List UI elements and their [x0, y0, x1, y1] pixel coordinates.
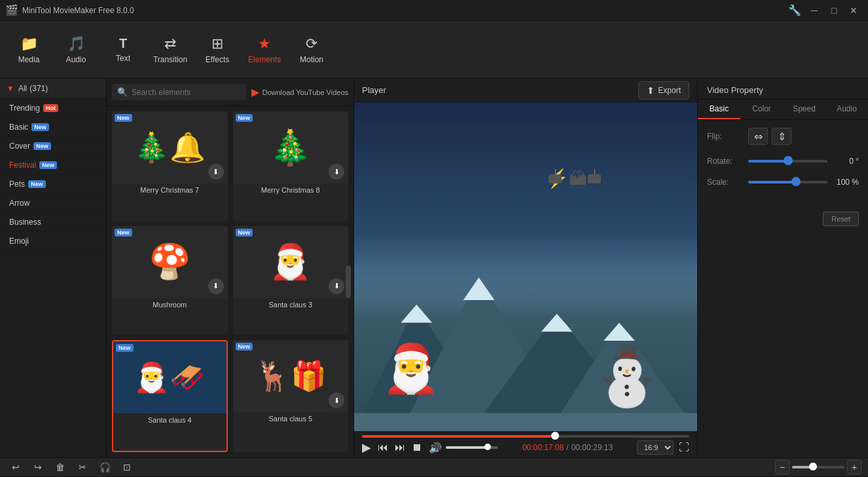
rotate-slider-area: 0 °	[748, 157, 859, 166]
next-btn[interactable]: ⏭	[395, 442, 405, 453]
cover-label: Cover	[9, 142, 30, 151]
volume-thumb[interactable]	[484, 444, 491, 450]
all-categories-header[interactable]: ▼ All (371)	[0, 79, 106, 99]
zoom-slider[interactable]	[792, 466, 844, 468]
yt-download-btn[interactable]: ▶ Download YouTube Videos	[251, 86, 349, 98]
element-thumb-3: New 🍄 ⬇	[112, 226, 228, 298]
property-header: Video Property	[698, 79, 868, 100]
toolbar-motion-label: Motion	[300, 55, 323, 64]
player-time-display: ▶ ⏮ ⏭ ⏹ 🔊 00:00:17:08 / 00:00:29:13	[354, 438, 697, 457]
redo-btn[interactable]: ↪	[29, 458, 47, 476]
player-video[interactable]: ⚡🏔 🎅 ⛄	[354, 102, 697, 431]
sidebar-item-basic[interactable]: Basic New	[0, 118, 106, 137]
element-card-merry-christmas-7[interactable]: New 🎄🔔 ⬇ Merry Christmas 7	[112, 111, 228, 221]
elements-grid: New 🎄🔔 ⬇ Merry Christmas 7 New 🎄 ⬇ Merry…	[107, 106, 353, 457]
tab-color[interactable]: Color	[740, 100, 783, 119]
zoom-thumb[interactable]	[809, 463, 817, 470]
settings-btn[interactable]: 🔧	[786, 1, 804, 20]
elements-icon: ★	[258, 35, 271, 52]
sidebar-item-arrow[interactable]: Arrow	[0, 194, 106, 213]
zoom-plus-btn[interactable]: +	[847, 460, 861, 474]
volume-icon[interactable]: 🔊	[429, 442, 442, 454]
svg-marker-4	[354, 413, 697, 431]
element-card-reindeer[interactable]: New 🦌🎁 ⬇ Santa claus 5	[233, 340, 349, 452]
stop-btn[interactable]: ⏹	[412, 442, 422, 453]
rotate-label: Rotate:	[707, 157, 743, 166]
download-btn-3[interactable]: ⬇	[208, 278, 224, 294]
toolbar-text[interactable]: T Text	[99, 26, 147, 73]
sidebar-item-pets[interactable]: Pets New	[0, 175, 106, 194]
download-btn-6[interactable]: ⬇	[329, 392, 344, 408]
festival-new-badge: New	[39, 161, 57, 169]
volume-slider[interactable]	[446, 446, 498, 449]
element-card-merry-christmas-8[interactable]: New 🎄 ⬇ Merry Christmas 8	[233, 111, 349, 221]
scale-slider-area: 100 %	[748, 178, 859, 187]
sidebar-item-festival[interactable]: Festival New	[0, 156, 106, 175]
element-label-5: Santa claus 4	[113, 413, 226, 427]
aspect-ratio-select[interactable]: 16:9 9:16 1:1 4:3	[637, 440, 674, 455]
zoom-minus-btn[interactable]: −	[775, 460, 789, 474]
crop-btn[interactable]: ⊡	[118, 458, 136, 476]
snowman-overlay: ⛄	[591, 347, 663, 405]
rotate-slider[interactable]	[748, 160, 827, 162]
element-card-mushroom[interactable]: New 🍄 ⬇ Mushroom	[112, 226, 228, 335]
audio-btn[interactable]: 🎧	[96, 458, 114, 476]
element-card-santa-3[interactable]: New 🎅 ⬇ Santa claus 3	[233, 226, 349, 335]
player-progress-bar-area	[354, 431, 697, 438]
scale-slider[interactable]	[748, 181, 827, 183]
flip-horizontal-btn[interactable]: ⇔	[748, 128, 768, 145]
undo-btn[interactable]: ↩	[7, 458, 25, 476]
download-btn-2[interactable]: ⬇	[329, 164, 344, 180]
search-input[interactable]	[132, 88, 241, 97]
sidebar-item-trending[interactable]: Trending Hot	[0, 99, 106, 118]
gondolas	[549, 174, 601, 183]
download-btn-4[interactable]: ⬇	[329, 278, 344, 294]
tab-speed[interactable]: Speed	[783, 100, 825, 119]
elements-panel: 🔍 ▶ Download YouTube Videos New 🎄🔔 ⬇ Mer…	[107, 79, 354, 457]
delete-btn[interactable]: 🗑	[51, 458, 69, 476]
tab-audio[interactable]: Audio	[825, 100, 868, 119]
cut-btn[interactable]: ✂	[73, 458, 92, 476]
sidebar-item-business[interactable]: Business	[0, 213, 106, 232]
toolbar-media[interactable]: 📁 Media	[5, 26, 52, 73]
element-label-4: Santa claus 3	[233, 298, 349, 311]
export-button[interactable]: ⬆ Export	[638, 81, 689, 100]
element-label-6: Santa claus 5	[233, 412, 349, 425]
emoji-label: Emoji	[9, 237, 29, 246]
reset-button[interactable]: Reset	[823, 212, 859, 226]
svg-marker-7	[541, 314, 573, 332]
transition-icon: ⇄	[164, 35, 176, 52]
basic-new-badge: New	[31, 123, 49, 131]
toolbar-transition[interactable]: ⇄ Transition	[147, 26, 194, 73]
volume-area: 🔊	[429, 442, 498, 454]
flip-label: Flip:	[707, 132, 743, 141]
fullscreen-btn[interactable]: ⛶	[679, 442, 689, 453]
download-btn-1[interactable]: ⬇	[208, 164, 224, 180]
scale-thumb[interactable]	[791, 177, 801, 186]
text-icon: T	[119, 36, 127, 51]
flip-vertical-btn[interactable]: ⇕	[772, 128, 791, 145]
toolbar-motion[interactable]: ⟳ Motion	[288, 26, 335, 73]
arrow-label: Arrow	[9, 199, 29, 208]
property-content: Flip: ⇔ ⇕ Rotate: 0 ° Scale:	[698, 120, 868, 234]
prev-btn[interactable]: ⏮	[378, 442, 388, 453]
toolbar-elements[interactable]: ★ Elements	[241, 26, 288, 73]
tab-basic[interactable]: Basic	[698, 100, 740, 119]
search-box[interactable]: 🔍	[112, 84, 246, 100]
cover-new-badge: New	[33, 142, 51, 150]
total-time: 00:00:29:13	[571, 443, 613, 452]
maximize-btn[interactable]: □	[825, 1, 843, 20]
minimize-btn[interactable]: ─	[805, 1, 823, 20]
sidebar-item-cover[interactable]: Cover New	[0, 137, 106, 156]
progress-bar[interactable]	[362, 435, 689, 438]
toolbar-audio[interactable]: 🎵 Audio	[52, 26, 99, 73]
rotate-thumb[interactable]	[784, 156, 793, 165]
close-btn[interactable]: ✕	[844, 1, 863, 20]
time-display: 00:00:17:08 / 00:00:29:13	[522, 443, 613, 452]
play-btn[interactable]: ▶	[362, 440, 371, 455]
toolbar-effects[interactable]: ⊞ Effects	[194, 26, 241, 73]
element-card-santa-anim[interactable]: New 🎅🛷 Santa claus 4	[112, 340, 228, 452]
current-time: 00:00:17:08	[522, 443, 564, 452]
progress-thumb[interactable]	[551, 432, 559, 440]
sidebar-item-emoji[interactable]: Emoji	[0, 232, 106, 251]
